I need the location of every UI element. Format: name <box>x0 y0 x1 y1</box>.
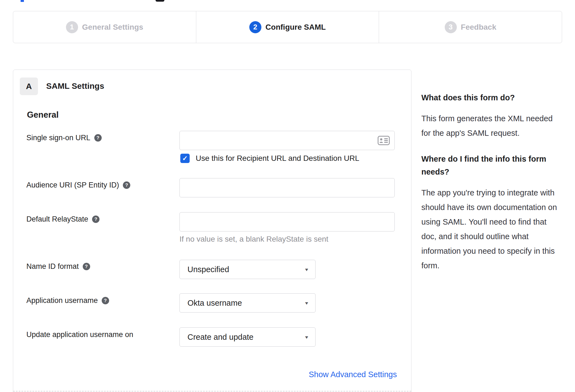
step-2-number-badge: 2 <box>249 21 261 33</box>
caret-down-icon: ▼ <box>304 335 309 339</box>
sso-url-label: Single sign-on URL ? <box>26 134 102 142</box>
help-icon[interactable]: ? <box>83 263 90 270</box>
application-username-select[interactable]: Okta username ▼ <box>179 293 316 313</box>
step-configure-saml[interactable]: 2 Configure SAML <box>196 11 379 43</box>
step-2-label: Configure SAML <box>266 23 326 32</box>
step-3-number-badge: 3 <box>445 21 457 33</box>
wizard-stepper: 1 General Settings 2 Configure SAML 3 Fe… <box>13 11 562 43</box>
recipient-url-checkbox[interactable]: ✓ <box>180 154 190 163</box>
recipient-url-checkbox-row: ✓ Use this for Recipient URL and Destina… <box>180 154 359 163</box>
relaystate-label: Default RelayState ? <box>26 215 99 223</box>
name-id-format-select[interactable]: Unspecified ▼ <box>179 260 316 279</box>
sidebar-heading-2: Where do I find the info this form needs… <box>421 153 564 178</box>
update-username-on-label: Update application username on <box>26 330 133 339</box>
sidebar-paragraph-1: This form generates the XML needed for t… <box>421 111 564 140</box>
step-3-label: Feedback <box>461 23 496 32</box>
sidebar-heading-1: What does this form do? <box>421 91 564 104</box>
clipped-dark-icon-fragment <box>156 0 164 2</box>
section-a-badge: A <box>20 78 38 95</box>
audience-uri-label: Audience URI (SP Entity ID) ? <box>26 181 130 189</box>
section-title: SAML Settings <box>46 81 104 91</box>
help-icon[interactable]: ? <box>92 216 99 223</box>
general-heading: General <box>27 110 59 120</box>
application-username-value: Okta username <box>187 299 242 308</box>
step-1-label: General Settings <box>82 23 143 32</box>
relaystate-hint: If no value is set, a blank RelayState i… <box>179 235 328 244</box>
sso-url-input-wrap <box>179 131 395 150</box>
help-sidebar: What does this form do? This form genera… <box>421 91 564 285</box>
step-feedback[interactable]: 3 Feedback <box>379 11 562 43</box>
section-dashed-divider <box>13 391 411 391</box>
application-username-label: Application username ? <box>26 296 109 305</box>
step-1-number-badge: 1 <box>66 21 78 33</box>
sso-url-input[interactable] <box>179 131 395 150</box>
help-icon[interactable]: ? <box>102 297 109 304</box>
update-username-on-value: Create and update <box>187 333 253 342</box>
show-advanced-settings-link[interactable]: Show Advanced Settings <box>309 370 397 379</box>
step-general-settings[interactable]: 1 General Settings <box>13 11 196 43</box>
caret-down-icon: ▼ <box>304 301 309 305</box>
audience-uri-input[interactable] <box>179 178 395 197</box>
saml-settings-panel: A SAML Settings General Single sign-on U… <box>13 70 411 392</box>
clipped-blue-fragment <box>21 0 24 2</box>
caret-down-icon: ▼ <box>304 267 309 272</box>
contact-card-icon[interactable] <box>378 136 390 145</box>
sidebar-paragraph-2: The app you're trying to integrate with … <box>421 186 564 273</box>
help-icon[interactable]: ? <box>123 181 130 189</box>
name-id-format-value: Unspecified <box>187 265 229 274</box>
relaystate-input[interactable] <box>179 212 395 231</box>
update-username-on-select[interactable]: Create and update ▼ <box>179 327 316 347</box>
recipient-url-checkbox-label: Use this for Recipient URL and Destinati… <box>196 154 359 163</box>
name-id-format-label: Name ID format ? <box>26 262 90 271</box>
help-icon[interactable]: ? <box>94 134 102 142</box>
advanced-link-row: Show Advanced Settings <box>179 370 397 379</box>
